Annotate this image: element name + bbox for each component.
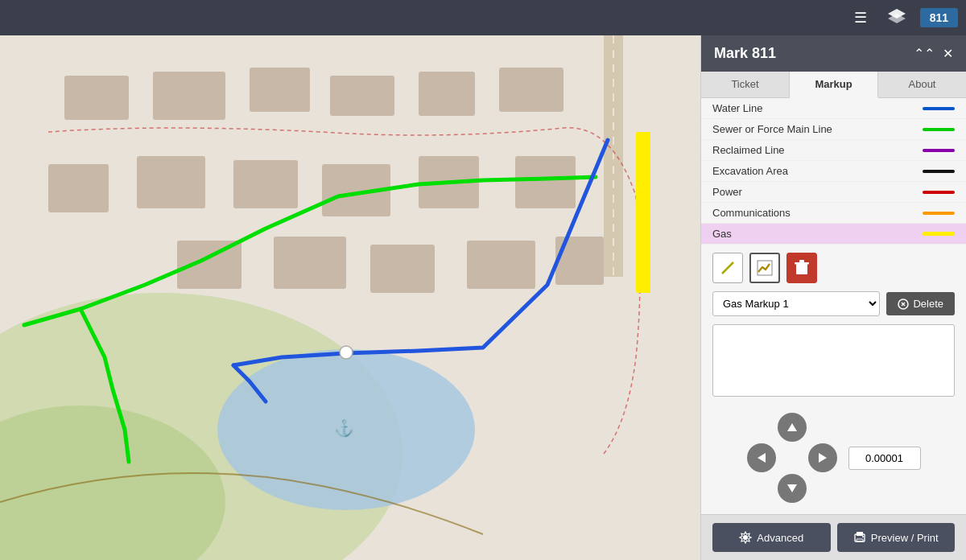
tab-markup[interactable]: Markup <box>790 72 878 98</box>
svg-rect-12 <box>419 72 475 116</box>
legend-item-excavation: Excavation Area <box>701 161 966 182</box>
panel-footer: Advanced Preview / Print <box>701 514 966 560</box>
legend-label-communications: Communications <box>712 207 923 219</box>
nav-value-input[interactable]: 0.00001 <box>848 447 921 470</box>
panel-body: Water Line Sewer or Force Main Line Recl… <box>701 98 966 514</box>
top-bar: ☰ 811 <box>0 0 966 35</box>
tab-ticket[interactable]: Ticket <box>701 72 790 97</box>
nav-empty-br <box>808 474 837 503</box>
svg-marker-38 <box>819 453 827 463</box>
advanced-label: Advanced <box>757 532 803 544</box>
nav-grid <box>747 413 837 503</box>
legend-item-water: Water Line <box>701 98 966 119</box>
legend-label-power: Power <box>712 186 923 198</box>
nav-center <box>778 443 807 472</box>
legend-item-power: Power <box>701 182 966 203</box>
legend-label-reclaimed: Reclaimed Line <box>712 144 923 156</box>
menu-icon[interactable]: ☰ <box>848 6 873 30</box>
nav-empty-tl <box>747 413 776 442</box>
legend-line-gas <box>923 232 955 236</box>
nav-empty-tr <box>808 413 837 442</box>
svg-rect-23 <box>467 241 535 289</box>
panel-tabs: Ticket Markup About <box>701 72 966 98</box>
svg-line-28 <box>722 262 733 274</box>
nav-empty-bl <box>747 474 776 503</box>
svg-rect-32 <box>799 260 804 263</box>
svg-rect-43 <box>857 539 863 541</box>
panel-header: Mark 811 ⌃⌃ ✕ <box>701 35 966 72</box>
nav-controls: 0.00001 <box>701 405 966 511</box>
close-icon[interactable]: ✕ <box>943 46 953 61</box>
panel-title: Mark 811 <box>714 45 776 62</box>
legend-item-sewer: Sewer or Force Main Line <box>701 119 966 140</box>
badge-811[interactable]: 811 <box>920 8 958 27</box>
svg-rect-13 <box>499 68 564 112</box>
svg-point-44 <box>862 536 864 537</box>
svg-marker-39 <box>787 484 797 492</box>
panel-header-icons: ⌃⌃ ✕ <box>914 46 953 61</box>
delete-tool-button[interactable] <box>786 253 817 283</box>
nav-down-button[interactable] <box>778 474 807 503</box>
delete-label: Delete <box>913 298 943 310</box>
legend-item-reclaimed: Reclaimed Line <box>701 140 966 161</box>
svg-rect-9 <box>153 72 225 120</box>
panel: Mark 811 ⌃⌃ ✕ Ticket Markup About Water … <box>700 35 966 560</box>
svg-point-40 <box>743 535 748 540</box>
svg-rect-15 <box>137 156 205 208</box>
nav-up-button[interactable] <box>778 413 807 442</box>
svg-rect-10 <box>250 68 310 112</box>
main-area: ⚓ Mark 811 ⌃⌃ ✕ Ticket <box>0 35 966 560</box>
markup-name-select[interactable]: Gas Markup 1 <box>712 291 880 316</box>
legend-item-communications: Communications <box>701 203 966 224</box>
notes-textarea[interactable] <box>712 324 955 397</box>
svg-rect-19 <box>515 156 576 208</box>
markup-name-row: Gas Markup 1 Delete <box>701 291 966 324</box>
svg-marker-36 <box>787 423 797 431</box>
svg-rect-11 <box>330 76 394 116</box>
advanced-button[interactable]: Advanced <box>712 523 831 552</box>
svg-rect-8 <box>64 76 129 120</box>
legend-label-water: Water Line <box>712 102 923 114</box>
svg-rect-42 <box>857 532 863 536</box>
line-tool-button[interactable] <box>712 253 743 283</box>
svg-rect-16 <box>233 160 298 208</box>
legend-line-power <box>923 191 955 194</box>
tab-about[interactable]: About <box>878 72 966 97</box>
legend-line-water <box>923 107 955 110</box>
nav-left-button[interactable] <box>747 443 776 472</box>
svg-point-27 <box>340 346 353 359</box>
nav-right-button[interactable] <box>808 443 837 472</box>
svg-rect-22 <box>370 245 435 293</box>
svg-text:⚓: ⚓ <box>334 418 354 438</box>
layers-icon[interactable] <box>881 6 912 31</box>
svg-rect-21 <box>274 237 346 289</box>
legend-line-sewer <box>923 128 955 131</box>
chart-tool-button[interactable] <box>749 253 780 283</box>
legend-label-excavation: Excavation Area <box>712 165 923 177</box>
delete-button[interactable]: Delete <box>886 292 955 315</box>
legend-item-gas: Gas <box>701 224 966 245</box>
legend-line-reclaimed <box>923 149 955 152</box>
legend-label-sewer: Sewer or Force Main Line <box>712 123 923 135</box>
legend-list: Water Line Sewer or Force Main Line Recl… <box>701 98 966 245</box>
preview-print-button[interactable]: Preview / Print <box>837 523 956 552</box>
map-container[interactable]: ⚓ <box>0 35 700 560</box>
legend-label-gas: Gas <box>712 228 923 240</box>
markup-tools <box>701 245 966 291</box>
collapse-icon[interactable]: ⌃⌃ <box>914 46 935 61</box>
legend-line-excavation <box>923 170 955 173</box>
svg-rect-26 <box>636 132 650 293</box>
svg-marker-37 <box>758 453 766 463</box>
svg-rect-14 <box>48 164 109 212</box>
preview-print-label: Preview / Print <box>871 532 939 544</box>
svg-rect-30 <box>796 264 807 274</box>
legend-line-communications <box>923 212 955 215</box>
